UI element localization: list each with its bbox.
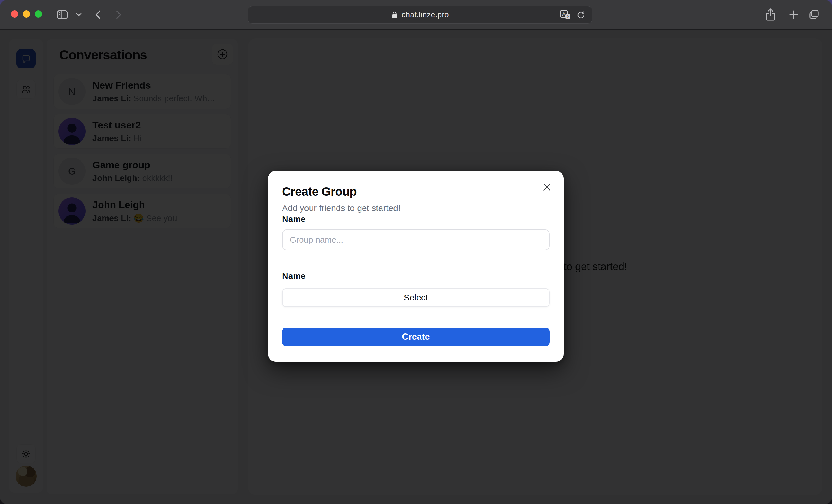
share-icon[interactable] [765,8,776,21]
preview-sender: James Li: [93,214,131,223]
preview-sender: James Li: [93,94,131,103]
conversation-preview: John Leigh: okkkkk!! [93,173,173,183]
conversation-item-new-friends[interactable]: N New Friends James Li: Sounds perfect. … [53,74,231,109]
person-avatar [58,197,85,225]
preview-text: Hi [131,134,141,143]
person-silhouette-icon [58,197,85,225]
forward-icon [114,9,124,21]
conversations-title: Conversations [59,47,147,63]
svg-text:A: A [562,11,566,17]
nav-rail [9,39,43,493]
reload-icon[interactable] [576,10,586,20]
create-group-modal: Create Group Add your friends to get sta… [268,171,564,362]
person-silhouette-icon [58,118,85,145]
modal-title: Create Group [282,185,550,199]
minimize-window-button[interactable] [23,10,30,18]
browser-toolbar: chat.linze.pro A 文 [0,0,832,30]
svg-text:文: 文 [566,15,570,19]
people-icon [21,84,31,94]
browser-window: chat.linze.pro A 文 [0,0,832,504]
conversation-title: John Leigh [93,199,177,211]
theme-toggle-button[interactable] [17,444,35,463]
address-bar[interactable]: chat.linze.pro A 文 [248,6,592,24]
create-group-button[interactable]: Create [282,328,550,346]
conversation-title: Test user2 [93,119,141,131]
group-name-label: Name [282,215,550,223]
close-window-button[interactable] [11,10,18,18]
letter-avatar: G [58,158,85,185]
preview-text: okkkkk!! [140,173,173,183]
conversation-list: N New Friends James Li: Sounds perfect. … [53,74,231,233]
conversation-item-john-leigh[interactable]: John Leigh James Li: 😂 See you [53,194,231,228]
new-tab-icon[interactable] [788,9,799,20]
tab-overview-icon[interactable] [808,9,820,20]
rail-contacts-button[interactable] [17,80,35,99]
conversation-item-game-group[interactable]: G Game group John Leigh: okkkkk!! [53,154,231,189]
conversation-item-test-user2[interactable]: Test user2 James Li: Hi [53,114,231,149]
conversations-panel: Conversations N New Friends James [46,39,238,495]
letter-avatar: N [58,78,85,105]
lock-icon [391,11,398,19]
url-text: chat.linze.pro [401,10,449,19]
preview-text: Sounds perfect. What ... [131,94,219,103]
translate-icon[interactable]: A 文 [560,10,571,20]
group-name-input[interactable] [282,229,550,250]
preview-sender: John Leigh: [93,173,140,183]
chat-bubble-icon [21,53,31,64]
plus-circle-icon [216,48,229,61]
empty-state-hint: to get started! [564,261,627,273]
preview-sender: James Li: [93,134,131,143]
select-members-button[interactable]: Select [282,288,550,307]
new-conversation-button[interactable] [212,44,233,65]
conversation-title: Game group [93,159,173,171]
conversation-title: New Friends [93,80,219,91]
sidebar-toggle-icon[interactable] [56,9,69,21]
back-icon[interactable] [93,9,103,21]
conversation-preview: James Li: 😂 See you [93,213,177,223]
sun-icon [21,449,31,459]
zoom-window-button[interactable] [35,10,42,18]
conversation-preview: James Li: Sounds perfect. What ... [93,94,219,103]
chevron-down-icon[interactable] [76,12,82,17]
conversation-preview: James Li: Hi [93,134,141,143]
person-avatar [58,118,85,145]
close-icon[interactable] [542,183,551,192]
modal-subtitle: Add your friends to get started! [282,203,550,214]
preview-text: 😂 See you [131,214,177,223]
members-label: Name [282,272,550,280]
user-avatar[interactable] [16,466,37,487]
rail-chats-button[interactable] [17,49,35,68]
